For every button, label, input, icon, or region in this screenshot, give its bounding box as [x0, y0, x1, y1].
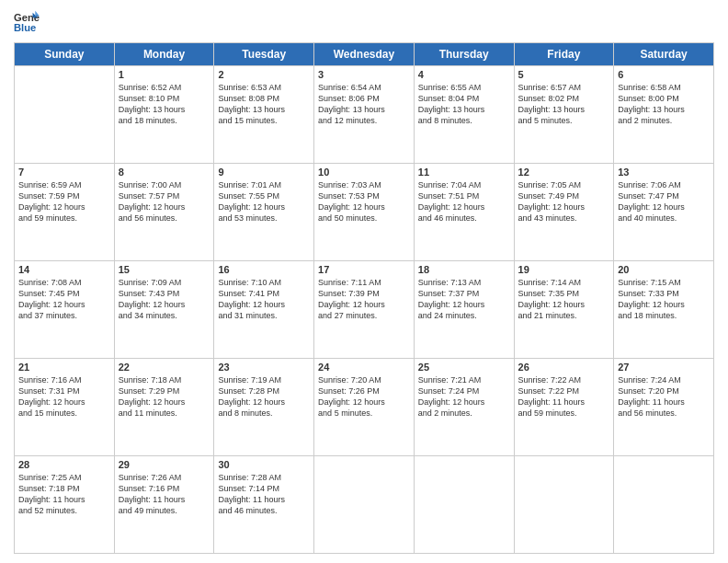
calendar-cell: 21Sunrise: 7:16 AM Sunset: 7:31 PM Dayli…: [15, 359, 115, 456]
calendar-cell: 16Sunrise: 7:10 AM Sunset: 7:41 PM Dayli…: [214, 261, 314, 359]
day-number: 27: [618, 362, 710, 373]
day-info: Sunrise: 6:54 AM Sunset: 8:06 PM Dayligh…: [318, 82, 410, 127]
day-number: 5: [518, 69, 610, 80]
logo-icon: General Blue: [14, 9, 40, 35]
day-number: 23: [218, 362, 310, 373]
calendar-cell: 17Sunrise: 7:11 AM Sunset: 7:39 PM Dayli…: [314, 261, 415, 359]
day-info: Sunrise: 6:57 AM Sunset: 8:02 PM Dayligh…: [518, 82, 610, 127]
day-number: 1: [119, 69, 210, 80]
day-info: Sunrise: 7:03 AM Sunset: 7:53 PM Dayligh…: [318, 179, 410, 224]
day-number: 6: [618, 69, 710, 80]
day-number: 3: [318, 69, 410, 80]
calendar-cell: 9Sunrise: 7:01 AM Sunset: 7:55 PM Daylig…: [214, 164, 314, 261]
calendar-day-header: Tuesday: [214, 43, 314, 66]
day-number: 25: [418, 362, 510, 373]
calendar-cell: 8Sunrise: 7:00 AM Sunset: 7:57 PM Daylig…: [114, 164, 214, 261]
day-number: 15: [119, 264, 210, 275]
calendar-cell: 26Sunrise: 7:22 AM Sunset: 7:22 PM Dayli…: [514, 359, 614, 456]
day-number: 17: [318, 264, 410, 275]
calendar-day-header: Thursday: [414, 43, 514, 66]
calendar-cell: 27Sunrise: 7:24 AM Sunset: 7:20 PM Dayli…: [614, 359, 714, 456]
calendar-cell: 25Sunrise: 7:21 AM Sunset: 7:24 PM Dayli…: [414, 359, 514, 456]
day-number: 13: [618, 167, 710, 178]
header: General Blue: [14, 9, 714, 35]
calendar-cell: 2Sunrise: 6:53 AM Sunset: 8:08 PM Daylig…: [214, 66, 314, 164]
calendar-header-row: SundayMondayTuesdayWednesdayThursdayFrid…: [15, 43, 714, 66]
day-number: 12: [518, 167, 610, 178]
calendar-cell: 13Sunrise: 7:06 AM Sunset: 7:47 PM Dayli…: [614, 164, 714, 261]
day-info: Sunrise: 7:11 AM Sunset: 7:39 PM Dayligh…: [318, 277, 410, 322]
calendar-cell: 11Sunrise: 7:04 AM Sunset: 7:51 PM Dayli…: [414, 164, 514, 261]
day-info: Sunrise: 7:21 AM Sunset: 7:24 PM Dayligh…: [418, 374, 510, 419]
calendar-week-row: 21Sunrise: 7:16 AM Sunset: 7:31 PM Dayli…: [15, 359, 714, 456]
calendar-cell: 6Sunrise: 6:58 AM Sunset: 8:00 PM Daylig…: [614, 66, 714, 164]
day-info: Sunrise: 6:59 AM Sunset: 7:59 PM Dayligh…: [18, 179, 110, 224]
day-info: Sunrise: 7:06 AM Sunset: 7:47 PM Dayligh…: [618, 179, 710, 224]
calendar-cell: 20Sunrise: 7:15 AM Sunset: 7:33 PM Dayli…: [614, 261, 714, 359]
page: General Blue SundayMondayTuesdayWednesda…: [0, 0, 728, 563]
calendar-cell: 15Sunrise: 7:09 AM Sunset: 7:43 PM Dayli…: [114, 261, 214, 359]
day-number: 26: [518, 362, 610, 373]
calendar-cell: [15, 66, 115, 164]
calendar-cell: [414, 456, 514, 554]
day-info: Sunrise: 7:16 AM Sunset: 7:31 PM Dayligh…: [18, 374, 110, 419]
day-info: Sunrise: 7:01 AM Sunset: 7:55 PM Dayligh…: [218, 179, 310, 224]
calendar-cell: 10Sunrise: 7:03 AM Sunset: 7:53 PM Dayli…: [314, 164, 415, 261]
calendar-cell: [614, 456, 714, 554]
day-info: Sunrise: 7:20 AM Sunset: 7:26 PM Dayligh…: [318, 374, 410, 419]
calendar-cell: 30Sunrise: 7:28 AM Sunset: 7:14 PM Dayli…: [214, 456, 314, 554]
calendar-week-row: 28Sunrise: 7:25 AM Sunset: 7:18 PM Dayli…: [15, 456, 714, 554]
day-number: 11: [418, 167, 510, 178]
calendar-cell: 12Sunrise: 7:05 AM Sunset: 7:49 PM Dayli…: [514, 164, 614, 261]
calendar-cell: 24Sunrise: 7:20 AM Sunset: 7:26 PM Dayli…: [314, 359, 415, 456]
day-number: 16: [218, 264, 310, 275]
calendar-cell: 28Sunrise: 7:25 AM Sunset: 7:18 PM Dayli…: [15, 456, 115, 554]
calendar-cell: [314, 456, 415, 554]
day-info: Sunrise: 7:19 AM Sunset: 7:28 PM Dayligh…: [218, 374, 310, 419]
day-info: Sunrise: 7:24 AM Sunset: 7:20 PM Dayligh…: [618, 374, 710, 419]
day-info: Sunrise: 7:14 AM Sunset: 7:35 PM Dayligh…: [518, 277, 610, 322]
day-number: 9: [218, 167, 310, 178]
day-number: 29: [119, 459, 210, 470]
calendar-week-row: 1Sunrise: 6:52 AM Sunset: 8:10 PM Daylig…: [15, 66, 714, 164]
day-info: Sunrise: 7:04 AM Sunset: 7:51 PM Dayligh…: [418, 179, 510, 224]
calendar-cell: 7Sunrise: 6:59 AM Sunset: 7:59 PM Daylig…: [15, 164, 115, 261]
calendar-cell: 14Sunrise: 7:08 AM Sunset: 7:45 PM Dayli…: [15, 261, 115, 359]
day-number: 18: [418, 264, 510, 275]
day-info: Sunrise: 6:58 AM Sunset: 8:00 PM Dayligh…: [618, 82, 710, 127]
calendar-cell: 1Sunrise: 6:52 AM Sunset: 8:10 PM Daylig…: [114, 66, 214, 164]
calendar-cell: 18Sunrise: 7:13 AM Sunset: 7:37 PM Dayli…: [414, 261, 514, 359]
calendar-day-header: Wednesday: [314, 43, 415, 66]
logo: General Blue: [14, 9, 45, 35]
calendar-day-header: Saturday: [614, 43, 714, 66]
day-number: 24: [318, 362, 410, 373]
calendar-cell: 29Sunrise: 7:26 AM Sunset: 7:16 PM Dayli…: [114, 456, 214, 554]
day-number: 10: [318, 167, 410, 178]
day-number: 22: [119, 362, 210, 373]
calendar-cell: 4Sunrise: 6:55 AM Sunset: 8:04 PM Daylig…: [414, 66, 514, 164]
calendar-week-row: 7Sunrise: 6:59 AM Sunset: 7:59 PM Daylig…: [15, 164, 714, 261]
calendar-day-header: Monday: [114, 43, 214, 66]
day-info: Sunrise: 7:22 AM Sunset: 7:22 PM Dayligh…: [518, 374, 610, 419]
day-info: Sunrise: 6:52 AM Sunset: 8:10 PM Dayligh…: [119, 82, 210, 127]
day-info: Sunrise: 7:10 AM Sunset: 7:41 PM Dayligh…: [218, 277, 310, 322]
day-info: Sunrise: 7:09 AM Sunset: 7:43 PM Dayligh…: [119, 277, 210, 322]
day-info: Sunrise: 7:28 AM Sunset: 7:14 PM Dayligh…: [218, 472, 310, 517]
day-info: Sunrise: 7:15 AM Sunset: 7:33 PM Dayligh…: [618, 277, 710, 322]
day-number: 19: [518, 264, 610, 275]
calendar-cell: 19Sunrise: 7:14 AM Sunset: 7:35 PM Dayli…: [514, 261, 614, 359]
day-info: Sunrise: 7:13 AM Sunset: 7:37 PM Dayligh…: [418, 277, 510, 322]
calendar-cell: 22Sunrise: 7:18 AM Sunset: 7:29 PM Dayli…: [114, 359, 214, 456]
calendar-cell: [514, 456, 614, 554]
day-number: 7: [18, 167, 110, 178]
day-number: 14: [18, 264, 110, 275]
calendar-cell: 23Sunrise: 7:19 AM Sunset: 7:28 PM Dayli…: [214, 359, 314, 456]
day-info: Sunrise: 7:18 AM Sunset: 7:29 PM Dayligh…: [119, 374, 210, 419]
day-info: Sunrise: 7:00 AM Sunset: 7:57 PM Dayligh…: [119, 179, 210, 224]
day-info: Sunrise: 7:26 AM Sunset: 7:16 PM Dayligh…: [119, 472, 210, 517]
day-info: Sunrise: 7:08 AM Sunset: 7:45 PM Dayligh…: [18, 277, 110, 322]
day-number: 2: [218, 69, 310, 80]
day-number: 30: [218, 459, 310, 470]
day-info: Sunrise: 7:05 AM Sunset: 7:49 PM Dayligh…: [518, 179, 610, 224]
calendar-cell: 3Sunrise: 6:54 AM Sunset: 8:06 PM Daylig…: [314, 66, 415, 164]
